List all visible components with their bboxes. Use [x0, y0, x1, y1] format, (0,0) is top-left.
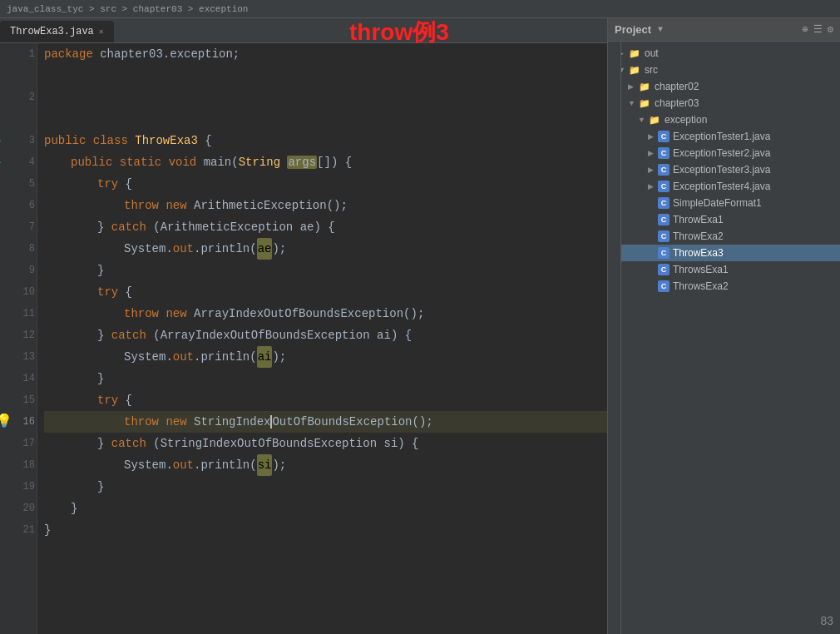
code-line-9: 9 }: [44, 260, 607, 281]
code-line-3: 3 ▶ public class ThrowExa3 {: [44, 130, 607, 151]
code-line-17: 17 } catch (StringIndexOutOfBoundsExcept…: [44, 433, 607, 454]
tree-arrow-ExceptionTester1: ▶: [648, 132, 658, 141]
java-icon-ExceptionTester1: C: [658, 131, 670, 142]
tree-label-ThrowsExa2: ThrowsExa2: [673, 280, 729, 292]
sidebar-panel: java_class_tyc > src > chapter03 > excep…: [607, 0, 840, 634]
tree-label-exception: exception: [665, 114, 707, 126]
code-line-11: 11 throw new ArrayIndexOutOfBoundsExcept…: [44, 303, 607, 324]
code-line-8: 8 System.out.println(ae);: [44, 238, 607, 260]
java-icon-ExceptionTester2: C: [658, 147, 670, 159]
code-line-7: 7 } catch (ArithmeticException ae) {: [44, 216, 607, 238]
code-line-13: 13 System.out.println(ai);: [44, 346, 607, 368]
tree-item-ExceptionTester2[interactable]: ▶ C ExceptionTester2.java: [608, 145, 840, 161]
code-line-15: 15 try {: [44, 389, 607, 411]
tab-filename: ThrowExa3.java: [10, 26, 94, 37]
code-line-14: 14 }: [44, 368, 607, 389]
tree-arrow-chapter03: ▼: [628, 99, 638, 107]
throw-annotation: throw例3: [349, 17, 449, 48]
folder-icon-chapter02: 📁: [638, 80, 651, 93]
breadcrumb: java_class_tyc > src > chapter03 > excep…: [0, 0, 840, 18]
tree-item-ExceptionTester4[interactable]: ▶ C ExceptionTester4.java: [608, 178, 840, 195]
java-icon-SimpleDateFormat1: C: [658, 197, 670, 209]
code-content: 1 package chapter03.exception; 2 3 ▶ pub…: [37, 43, 607, 541]
tree-item-ExceptionTester1[interactable]: ▶ C ExceptionTester1.java: [608, 128, 840, 145]
tree-label-ExceptionTester3: ExceptionTester3.java: [673, 164, 770, 176]
code-line-21: 21 }: [44, 519, 607, 541]
java-icon-ThrowsExa1: C: [658, 264, 670, 275]
java-icon-ThrowsExa2: C: [658, 280, 670, 292]
tree-label-src: src: [645, 64, 658, 76]
bulb-icon: 💡: [0, 411, 12, 433]
tree-item-SimpleDateFormat1[interactable]: C SimpleDateFormat1: [608, 195, 840, 211]
tree-label-ExceptionTester2: ExceptionTester2.java: [673, 147, 770, 159]
code-line-4: 4 ▶ public static void main(String args[…: [44, 151, 607, 173]
tree-arrow-ThrowExa2: [648, 232, 658, 240]
sidebar-globe-icon[interactable]: ⊕: [803, 23, 808, 36]
tree-arrow-ThrowsExa2: [648, 282, 658, 290]
sidebar-list-icon[interactable]: ☰: [813, 23, 823, 36]
code-line-1: 1 package chapter03.exception;: [44, 43, 607, 65]
sidebar-vertical-bar: [608, 42, 621, 634]
tree-item-src[interactable]: ▼ 📁 src: [608, 62, 840, 78]
tree-label-ThrowExa3: ThrowExa3: [673, 247, 724, 259]
tab-close-icon[interactable]: ✕: [99, 27, 104, 37]
tree-item-ThrowExa3[interactable]: C ThrowExa3: [608, 245, 840, 261]
tree-label-chapter03: chapter03: [655, 97, 699, 109]
tree-item-ThrowsExa2[interactable]: C ThrowsExa2: [608, 278, 840, 295]
project-panel-header: Project ▼ ⊕ ☰ ⚙: [608, 18, 840, 42]
tree-label-ThrowsExa1: ThrowsExa1: [673, 264, 729, 275]
page-number: 83: [820, 614, 833, 627]
tree-item-chapter02[interactable]: ▶ 📁 chapter02: [608, 78, 840, 95]
tree-label-ThrowExa1: ThrowExa1: [673, 214, 724, 225]
tree-label-chapter02: chapter02: [655, 81, 699, 92]
folder-icon-chapter03: 📁: [638, 97, 651, 110]
breadcrumb-text: java_class_tyc > src > chapter03 > excep…: [7, 4, 248, 14]
tree-label-ExceptionTester4: ExceptionTester4.java: [673, 181, 770, 192]
tree-item-ExceptionTester3[interactable]: ▶ C ExceptionTester3.java: [608, 161, 840, 178]
java-icon-ExceptionTester4: C: [658, 181, 670, 192]
folder-icon-out: 📁: [628, 47, 641, 60]
folder-icon-src: 📁: [628, 63, 641, 77]
tree-label-ExceptionTester1: ExceptionTester1.java: [673, 131, 770, 142]
project-tree: ▶ 📁 out ▼ 📁 src ▶ 📁 chapter02 ▼ 📁 chapte…: [608, 42, 840, 298]
tree-arrow-SimpleDateFormat1: [648, 199, 658, 207]
tab-bar: ThrowExa3.java ✕: [0, 18, 607, 43]
tree-label-SimpleDateFormat1: SimpleDateFormat1: [673, 197, 762, 209]
code-line-19: 19 }: [44, 476, 607, 498]
code-line-12: 12 } catch (ArrayIndexOutOfBoundsExcepti…: [44, 324, 607, 346]
tree-item-out[interactable]: ▶ 📁 out: [608, 45, 840, 62]
tree-item-exception[interactable]: ▼ 📁 exception: [608, 111, 840, 128]
tree-arrow-ExceptionTester3: ▶: [648, 166, 658, 174]
editor-area: 1 package chapter03.exception; 2 3 ▶ pub…: [0, 43, 607, 634]
java-icon-ThrowExa3: C: [658, 247, 670, 259]
code-line-10: 10 try {: [44, 281, 607, 303]
tree-item-chapter03[interactable]: ▼ 📁 chapter03: [608, 95, 840, 111]
tree-arrow-exception: ▼: [638, 116, 648, 124]
java-icon-ThrowExa2: C: [658, 230, 670, 242]
folder-icon-exception: 📁: [648, 113, 661, 126]
java-icon-ThrowExa1: C: [658, 214, 670, 225]
tree-item-ThrowExa2[interactable]: C ThrowExa2: [608, 228, 840, 245]
code-line-5: 5 try {: [44, 173, 607, 195]
java-icon-ExceptionTester3: C: [658, 164, 670, 176]
sidebar-settings-icon[interactable]: ⚙: [828, 23, 833, 36]
tree-label-out: out: [645, 47, 659, 59]
tree-arrow-ExceptionTester4: ▶: [648, 182, 658, 191]
tree-item-ThrowsExa1[interactable]: C ThrowsExa1: [608, 261, 840, 278]
tree-label-ThrowExa2: ThrowExa2: [673, 230, 724, 242]
code-line-20: 20 }: [44, 498, 607, 519]
code-line-16: 16 💡 throw new StringIndexOutOfBoundsExc…: [44, 411, 607, 433]
code-line-6: 6 throw new ArithmeticException();: [44, 195, 607, 216]
project-panel-title-label: Project: [615, 23, 651, 36]
project-dropdown-icon[interactable]: ▼: [658, 25, 663, 34]
tree-arrow-ExceptionTester2: ▶: [648, 149, 658, 157]
code-line-2: 2: [44, 65, 607, 130]
tree-arrow-chapter02: ▶: [628, 82, 638, 91]
tree-arrow-ThrowsExa1: [648, 265, 658, 274]
tab-throwExa3[interactable]: ThrowExa3.java ✕: [0, 21, 114, 42]
run-arrow-2: ▶: [0, 151, 1, 173]
tree-arrow-ThrowExa1: [648, 215, 658, 224]
tree-arrow-ThrowExa3: [648, 249, 658, 257]
tree-item-ThrowExa1[interactable]: C ThrowExa1: [608, 211, 840, 228]
code-line-18: 18 System.out.println(si);: [44, 454, 607, 476]
